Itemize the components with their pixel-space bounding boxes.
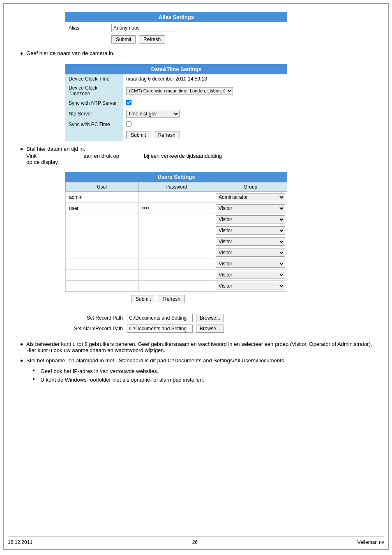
password-input-8[interactable]: [141, 282, 212, 290]
datetime-refresh-button[interactable]: Refresh: [154, 131, 180, 139]
password-input-5[interactable]: [141, 249, 212, 256]
set-record-path-row: Set Record Path Browse...: [65, 314, 376, 322]
footer-company: Velleman nv: [357, 539, 384, 545]
alias-input[interactable]: [111, 24, 177, 32]
alias-buttons-label: [65, 34, 108, 45]
datetime-submit-button[interactable]: Submit: [126, 131, 150, 139]
alias-settings-title: Alias Settings: [65, 12, 287, 22]
user-input-0[interactable]: [67, 193, 137, 201]
sync-pc-checkbox[interactable]: [126, 121, 131, 127]
bullet-dot-1: •: [20, 49, 23, 58]
password-input-3[interactable]: [141, 227, 212, 234]
set-record-path-label: Set Record Path: [65, 315, 123, 321]
main-bullet-1-text: Als beheerder kunt u tot 8 gebruikers be…: [26, 341, 376, 353]
table-row: AdministratorOperatorVisitor: [66, 247, 287, 258]
set-record-path-input[interactable]: [127, 314, 193, 322]
set-record-browse-button[interactable]: Browse...: [196, 314, 224, 322]
timezone-select[interactable]: (GMT) Greenwich mean time; London, Lisbo…: [126, 87, 233, 94]
ntp-server-select[interactable]: time.nist.gov: [126, 110, 180, 118]
main-bullet-2-text: Stel het opname- en alarmpad in met . St…: [26, 357, 286, 364]
group-select-0[interactable]: Administrator Operator Visitor: [216, 193, 285, 201]
user-input-6[interactable]: [67, 260, 137, 267]
datetime-buttons-cell: Submit Refresh: [123, 129, 287, 141]
group-select-1[interactable]: Administrator Operator Visitor: [216, 204, 285, 212]
record-path-section: Set Record Path Browse... Set AlarmRecor…: [65, 314, 376, 333]
group-select-2[interactable]: AdministratorOperatorVisitor: [216, 215, 285, 223]
password-cell-1: [138, 203, 214, 214]
sync-ntp-value: [123, 98, 287, 108]
footer-page: 26: [32, 539, 357, 545]
alias-submit-button[interactable]: Submit: [111, 35, 136, 44]
alias-settings-section: Alias Settings Alias Submit Refresh: [16, 12, 376, 45]
password-input-0[interactable]: [141, 193, 212, 201]
user-input-8[interactable]: [67, 282, 137, 290]
datetime-buttons-label: [65, 129, 123, 141]
sub-bullets-section: • Geef ook het IP-adres in van vertouwde…: [32, 368, 376, 383]
users-submit-button[interactable]: Submit: [131, 295, 155, 303]
password-cell-0: [138, 192, 214, 203]
col-user-header: User: [66, 182, 139, 192]
user-input-7[interactable]: [67, 271, 137, 279]
datetime-settings-section: Date&Time Settings Device Clock Time maa…: [16, 64, 376, 141]
table-row: Administrator Operator Visitor: [66, 192, 287, 203]
bullet-dot-4: •: [20, 357, 23, 365]
group-select-8[interactable]: AdministratorOperatorVisitor: [216, 282, 285, 290]
sync-pc-value: [123, 120, 287, 129]
group-cell-0: Administrator Operator Visitor: [214, 192, 287, 203]
datetime-settings-table: Date&Time Settings Device Clock Time maa…: [65, 64, 287, 141]
datetime-bullet: • Stel hier datum en tijd in. Vink op de…: [20, 146, 376, 165]
password-input-7[interactable]: [141, 271, 212, 279]
group-select-7[interactable]: AdministratorOperatorVisitor: [216, 271, 285, 279]
group-select-6[interactable]: AdministratorOperatorVisitor: [216, 260, 285, 268]
table-row: AdministratorOperatorVisitor: [66, 258, 287, 269]
device-clock-timezone-value: (GMT) Greenwich mean time; London, Lisbo…: [123, 83, 287, 98]
password-input-2[interactable]: [141, 216, 212, 223]
user-input-4[interactable]: [67, 238, 137, 245]
alias-value-cell: [108, 22, 287, 34]
main-bullet-2: • Stel het opname- en alarmpad in met . …: [20, 357, 376, 365]
ntp-server-value: time.nist.gov: [123, 108, 287, 120]
group-cell-1: Administrator Operator Visitor: [214, 203, 287, 214]
group-select-3[interactable]: AdministratorOperatorVisitor: [216, 226, 285, 235]
table-row: AdministratorOperatorVisitor: [66, 236, 287, 247]
set-alarm-browse-button[interactable]: Browse...: [196, 325, 224, 333]
user-input-1[interactable]: [67, 205, 137, 212]
set-alarm-record-path-label: Set AlarmRecord Path: [65, 326, 123, 332]
sync-ntp-checkbox[interactable]: [126, 100, 131, 105]
col-group-header: Group: [214, 182, 287, 192]
col-password-header: Password: [138, 182, 214, 192]
footer: 16.12.2011 26 Velleman nv: [8, 537, 384, 545]
alias-buttons-cell: Submit Refresh: [108, 34, 287, 45]
set-alarm-record-path-input[interactable]: [127, 325, 193, 333]
password-input-4[interactable]: [141, 238, 212, 245]
table-row: AdministratorOperatorVisitor: [66, 269, 287, 281]
sub-bullet-1-text: Geef ook het IP-adres in van vertouwde w…: [41, 368, 159, 374]
sync-ntp-label: Sync with NTP Server: [65, 98, 123, 108]
bullet-dot-3: •: [20, 340, 23, 348]
footer-date: 16.12.2011: [8, 539, 32, 545]
alias-refresh-button[interactable]: Refresh: [139, 35, 165, 44]
device-clock-time-label: Device Clock Time: [65, 74, 123, 83]
table-row: Administrator Operator Visitor: [66, 203, 287, 214]
main-bullet-1: • Als beheerder kunt u tot 8 gebruikers …: [20, 341, 376, 353]
table-row: AdministratorOperatorVisitor: [66, 214, 287, 225]
password-input-1[interactable]: [141, 205, 212, 212]
user-cell-0: [66, 192, 139, 203]
sub-bullet-1: • Geef ook het IP-adres in van vertouwde…: [32, 368, 376, 374]
user-input-2[interactable]: [67, 216, 137, 223]
user-input-5[interactable]: [67, 249, 137, 256]
datetime-bullet-content: Stel hier datum en tijd in. Vink op de d…: [26, 146, 222, 165]
datetime-bullet-line2: Vink op de display. aan en druk op bij e…: [26, 153, 222, 165]
sub-bullet-2: • U kunt de Windows-rootfolder niet als …: [32, 377, 376, 383]
ntp-server-label: Ntp Server: [65, 108, 123, 120]
password-input-6[interactable]: [141, 260, 212, 267]
user-input-3[interactable]: [67, 227, 137, 234]
group-select-5[interactable]: AdministratorOperatorVisitor: [216, 249, 285, 257]
datetime-bullet-col3: bij een verkeerde tijdsaanduiding: [144, 153, 222, 165]
sub-bullet-dot-2: •: [32, 376, 35, 382]
users-refresh-button[interactable]: Refresh: [159, 295, 185, 303]
device-clock-timezone-label: Device Clock Timezone: [65, 83, 123, 98]
datetime-bullet-line1: Stel hier datum en tijd in.: [26, 146, 222, 152]
sub-bullet-2-text: U kunt de Windows-rootfolder niet als op…: [41, 377, 204, 383]
group-select-4[interactable]: AdministratorOperatorVisitor: [216, 237, 285, 246]
